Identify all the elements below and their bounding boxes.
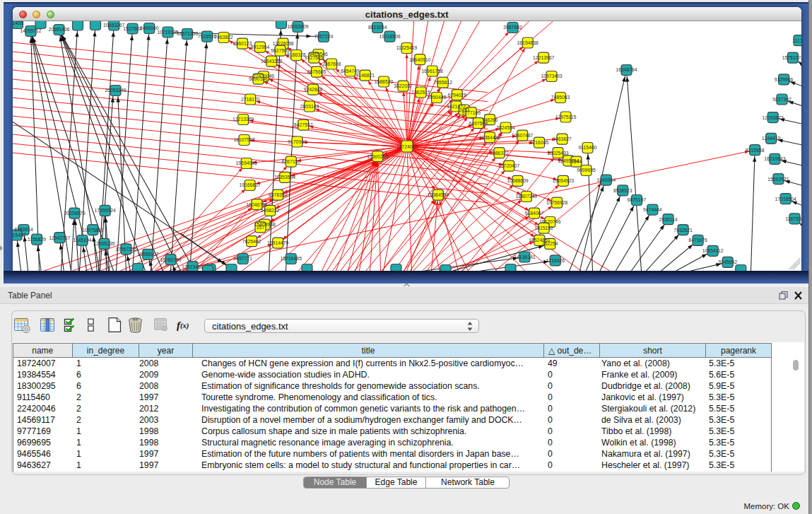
svg-text:8267150: 8267150 xyxy=(281,159,300,164)
svg-text:10688609: 10688609 xyxy=(507,178,528,183)
svg-text:7463822: 7463822 xyxy=(214,35,233,40)
svg-text:11325419: 11325419 xyxy=(396,45,417,50)
svg-text:12213369: 12213369 xyxy=(233,117,254,122)
svg-text:16154838: 16154838 xyxy=(517,40,538,45)
svg-text:6466160: 6466160 xyxy=(139,25,158,30)
svg-text:8350614: 8350614 xyxy=(14,227,33,232)
svg-text:20364436: 20364436 xyxy=(478,135,500,140)
svg-text:12093873: 12093873 xyxy=(762,115,783,120)
svg-text:157: 157 xyxy=(256,225,264,230)
svg-text:19654945: 19654945 xyxy=(235,160,257,165)
svg-text:252254: 252254 xyxy=(541,241,558,246)
svg-text:16107553: 16107553 xyxy=(233,137,254,142)
svg-text:15751074: 15751074 xyxy=(782,55,801,60)
svg-text:1640954: 1640954 xyxy=(596,177,616,182)
svg-text:2718170: 2718170 xyxy=(240,97,259,102)
svg-text:15716485: 15716485 xyxy=(280,256,301,261)
svg-text:16046756: 16046756 xyxy=(246,202,267,207)
svg-text:16210643: 16210643 xyxy=(764,156,785,161)
svg-text:16671355: 16671355 xyxy=(176,31,197,36)
svg-text:10025433: 10025433 xyxy=(547,151,568,156)
svg-text:16543362: 16543362 xyxy=(261,59,282,64)
svg-text:16053809: 16053809 xyxy=(287,24,308,29)
svg-text:19756928: 19756928 xyxy=(546,200,567,205)
svg-text:7357224: 7357224 xyxy=(314,34,333,39)
svg-text:16120746: 16120746 xyxy=(539,219,560,224)
svg-text:7632621: 7632621 xyxy=(673,228,693,233)
svg-text:13226058: 13226058 xyxy=(272,41,293,46)
svg-text:9777169: 9777169 xyxy=(461,110,481,115)
svg-text:9463627: 9463627 xyxy=(553,136,572,141)
svg-text:19218506: 19218506 xyxy=(379,34,400,39)
svg-text:1733426: 1733426 xyxy=(546,258,565,263)
svg-text:10654112: 10654112 xyxy=(702,248,723,253)
svg-text:12942737: 12942737 xyxy=(49,235,70,240)
svg-text:19654923: 19654923 xyxy=(552,178,573,183)
svg-text:18807249: 18807249 xyxy=(515,194,536,199)
svg-text:18724007: 18724007 xyxy=(396,144,418,149)
svg-text:1405: 1405 xyxy=(13,21,23,25)
svg-text:16782759: 16782759 xyxy=(160,257,181,262)
svg-text:20691406: 20691406 xyxy=(48,27,69,32)
svg-text:20053346: 20053346 xyxy=(105,88,126,93)
svg-text:10719135: 10719135 xyxy=(157,30,178,35)
svg-text:2087682: 2087682 xyxy=(503,25,522,30)
svg-text:9329966: 9329966 xyxy=(774,77,793,82)
svg-text:15692971: 15692971 xyxy=(767,177,789,182)
svg-text:7955812: 7955812 xyxy=(433,80,452,85)
svg-text:9115460: 9115460 xyxy=(578,145,596,150)
svg-text:8813054: 8813054 xyxy=(367,25,387,30)
svg-text:14055712: 14055712 xyxy=(20,28,41,33)
svg-text:7625402: 7625402 xyxy=(242,239,261,244)
svg-text:8912954: 8912954 xyxy=(250,45,269,49)
svg-text:17016504: 17016504 xyxy=(775,197,796,201)
svg-text:11172: 11172 xyxy=(792,38,801,43)
svg-text:14136141: 14136141 xyxy=(514,255,535,259)
svg-text:20206576: 20206576 xyxy=(64,211,85,216)
svg-text:(x): (x) xyxy=(180,322,189,330)
svg-text:6794028: 6794028 xyxy=(447,93,466,98)
svg-text:9327505: 9327505 xyxy=(304,55,323,60)
svg-text:19166827: 19166827 xyxy=(239,182,260,187)
svg-text:9657771: 9657771 xyxy=(233,256,252,261)
svg-text:9245652: 9245652 xyxy=(718,259,737,264)
svg-text:8990448: 8990448 xyxy=(427,95,446,100)
svg-text:1156829: 1156829 xyxy=(28,237,46,242)
svg-text:9170061: 9170061 xyxy=(288,139,307,144)
svg-text:8960123: 8960123 xyxy=(233,41,252,46)
svg-text:8938923: 8938923 xyxy=(613,188,632,193)
svg-text:8675685: 8675685 xyxy=(307,69,326,74)
svg-text:8471676: 8471676 xyxy=(688,238,707,243)
svg-text:10973493: 10973493 xyxy=(541,74,562,78)
svg-text:8215958: 8215958 xyxy=(745,148,764,153)
svg-text:12505135: 12505135 xyxy=(93,241,114,246)
svg-text:9146821: 9146821 xyxy=(355,73,375,78)
svg-text:8427552: 8427552 xyxy=(293,122,312,127)
svg-text:10975867: 10975867 xyxy=(82,228,103,233)
svg-text:10958107: 10958107 xyxy=(137,252,158,257)
svg-text:1145194: 1145194 xyxy=(73,238,91,243)
svg-text:17359924: 17359924 xyxy=(94,208,115,213)
svg-text:16648784: 16648784 xyxy=(616,67,637,72)
svg-text:2935114: 2935114 xyxy=(659,217,677,222)
svg-text:16961758: 16961758 xyxy=(421,69,442,74)
svg-text:5498222: 5498222 xyxy=(260,208,279,213)
svg-text:1588520: 1588520 xyxy=(374,79,393,84)
svg-text:2867608: 2867608 xyxy=(322,62,341,66)
svg-text:9699695: 9699695 xyxy=(577,168,596,173)
svg-text:3915482: 3915482 xyxy=(13,233,26,238)
svg-text:1527602: 1527602 xyxy=(123,26,142,31)
svg-text:15720407: 15720407 xyxy=(498,163,519,168)
svg-text:6497568: 6497568 xyxy=(469,121,488,126)
svg-text:9184067: 9184067 xyxy=(524,211,543,216)
svg-text:12975115: 12975115 xyxy=(555,115,576,119)
svg-text:19384554: 19384554 xyxy=(427,192,448,197)
svg-text:9242848: 9242848 xyxy=(303,87,322,92)
svg-text:7986372: 7986372 xyxy=(490,151,509,156)
svg-text:1244419: 1244419 xyxy=(761,136,780,141)
svg-text:9474444: 9474444 xyxy=(643,207,662,212)
svg-text:3822037: 3822037 xyxy=(394,83,413,88)
svg-text:9944: 9944 xyxy=(570,159,581,164)
svg-text:7485063: 7485063 xyxy=(551,95,570,100)
svg-text:1167533: 1167533 xyxy=(785,216,801,221)
